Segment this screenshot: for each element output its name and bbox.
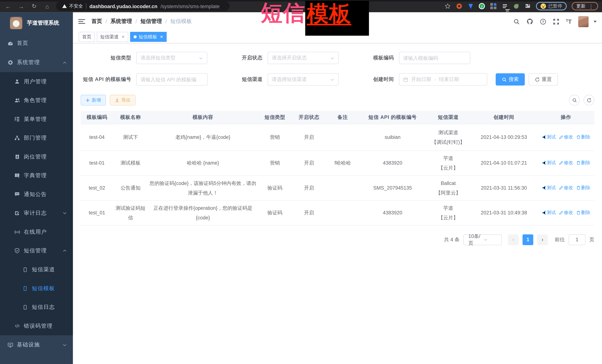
filter-sms-type: 短信类型 请选择短信类型 (81, 52, 207, 64)
export-button[interactable]: 导出 (110, 95, 136, 105)
delete-link[interactable]: 删除 (576, 132, 590, 142)
github-icon[interactable] (526, 18, 533, 25)
book-icon (14, 173, 20, 178)
browser-back-icon[interactable]: ← (5, 3, 11, 10)
user-icon (14, 79, 20, 84)
sidebar-item-notice[interactable]: 通知公告 (0, 185, 73, 204)
extension-green-y-icon[interactable]: y (479, 3, 485, 9)
edit-link[interactable]: 修改 (559, 132, 573, 142)
edit-note-icon (14, 210, 20, 216)
sidebar-item-infrastructure[interactable]: 基础设施 (0, 335, 73, 354)
sidebar-toggle-icon[interactable] (78, 19, 85, 24)
bookmark-star-icon[interactable] (444, 3, 451, 10)
sidebar-item-sms-log[interactable]: 短信日志 (0, 298, 73, 317)
test-link[interactable]: 测试 (542, 132, 556, 142)
close-icon[interactable]: ✕ (121, 34, 125, 39)
dashboard-icon (7, 40, 13, 46)
sidebar-item-dept-mgmt[interactable]: 部门管理 (0, 128, 73, 147)
delete-link[interactable]: 删除 (576, 158, 590, 167)
api-template-id-input[interactable] (136, 73, 208, 85)
breadcrumb: 首页 / 系统管理 / 短信管理 / 短信模板 (91, 18, 192, 25)
edit-link[interactable]: 修改 (559, 208, 573, 217)
paused-badge[interactable]: 已暂停 (536, 2, 567, 10)
sidebar-item-dict-mgmt[interactable]: 字典管理 (0, 166, 73, 185)
sidebar-item-sms-template[interactable]: 短信模板 (0, 279, 73, 298)
chevron-down-icon (63, 211, 67, 215)
breadcrumb-sms[interactable]: 短信管理 (140, 18, 162, 25)
reset-button[interactable]: 重置 (529, 73, 558, 85)
screen: ← → ↻ ⌂ 不安全 dashboard.yudao.iocoder.cn/s… (0, 0, 602, 364)
breadcrumb-home[interactable]: 首页 (91, 18, 102, 25)
table-row: test_01 测试验证码短信 正在进行登录操作{operation}，您的验证… (81, 200, 594, 225)
status-select[interactable]: 请选择开启状态 (268, 52, 339, 64)
sidebar-item-sms-channel[interactable]: 短信渠道 (0, 260, 73, 279)
chevron-up-icon (63, 60, 67, 65)
help-icon[interactable]: ? (540, 18, 546, 25)
goto-label: 前往 (555, 236, 565, 243)
next-page-button[interactable]: › (537, 234, 548, 245)
warning-icon (62, 4, 67, 8)
col-api-template-id: 短信 API 的模板编号 (359, 111, 426, 124)
breadcrumb-system[interactable]: 系统管理 (111, 18, 132, 25)
date-range-picker[interactable]: 开始日期 - 结束日期 (399, 73, 487, 85)
page-content: 短信类型 请选择短信类型 开启状态 请选择开启状态 (73, 43, 602, 364)
sidebar-item-post-mgmt[interactable]: 岗位管理 (0, 147, 73, 166)
extension-grid-icon[interactable] (490, 3, 496, 10)
refresh-table-button[interactable] (584, 95, 594, 105)
sms-type-select[interactable]: 请选择短信类型 (136, 52, 207, 64)
not-secure-badge[interactable]: 不安全 (62, 3, 83, 10)
sidebar-item-sms-mgmt[interactable]: 短信管理 (0, 241, 73, 260)
start-date-placeholder: 开始日期 (411, 76, 431, 83)
extension-leaf-icon[interactable] (513, 3, 519, 10)
add-button[interactable]: 新增 (81, 95, 106, 105)
browser-reload-icon[interactable]: ↻ (31, 3, 38, 10)
goto-page-input[interactable] (569, 234, 586, 245)
test-link[interactable]: 测试 (542, 208, 556, 217)
delete-link[interactable]: 删除 (576, 183, 590, 192)
tab-home[interactable]: 首页 (79, 32, 95, 42)
close-icon[interactable]: ✕ (160, 34, 163, 39)
extension-tampermonkey-icon[interactable]: on (501, 3, 508, 10)
sidebar-item-home[interactable]: 首页 (0, 34, 73, 53)
tab-sms-channel[interactable]: 短信渠道✕ (97, 32, 128, 42)
sidebar-item-system-mgmt[interactable]: 系统管理 (0, 53, 73, 72)
gear-icon (7, 59, 13, 65)
sidebar-item-user-mgmt[interactable]: 用户管理 (0, 72, 73, 91)
edit-link[interactable]: 修改 (559, 183, 573, 192)
sidebar-item-audit-log[interactable]: 审计日志 (0, 204, 73, 223)
sidebar-item-online-users[interactable]: 在线用户 (0, 223, 73, 241)
browser-update-button[interactable]: 更新 ⋮ (572, 2, 598, 10)
template-code-input[interactable] (399, 52, 470, 64)
browser-home-icon[interactable]: ⌂ (44, 3, 51, 10)
address-bar[interactable]: 不安全 dashboard.yudao.iocoder.cn/system/sm… (56, 1, 230, 11)
sidebar-item-error-code-mgmt[interactable]: 错误码管理 (0, 316, 73, 335)
prev-page-button[interactable]: ‹ (508, 234, 519, 245)
browser-forward-icon[interactable]: → (18, 3, 24, 10)
page-1-button[interactable]: 1 (523, 234, 533, 245)
page-unit-label: 页 (589, 236, 594, 243)
delete-link[interactable]: 删除 (576, 208, 590, 217)
page-size-select[interactable]: 10条/页 (463, 234, 502, 245)
search-button[interactable]: 搜索 (496, 73, 525, 85)
edit-link[interactable]: 修改 (559, 158, 573, 167)
sms-channel-select[interactable]: 请选择短信渠道 (268, 73, 339, 85)
extension-blue-drop-icon[interactable] (467, 3, 474, 10)
sidebar-item-role-mgmt[interactable]: 角色管理 (0, 91, 73, 110)
user-avatar[interactable] (578, 16, 589, 27)
tab-sms-template[interactable]: 短信模板✕ (130, 32, 167, 42)
extensions-puzzle-icon[interactable] (524, 3, 531, 10)
monitor-icon (7, 342, 13, 348)
test-link[interactable]: 测试 (542, 183, 556, 192)
test-link[interactable]: 测试 (542, 158, 556, 167)
avatar-caret-down-icon[interactable] (593, 21, 597, 22)
search-icon[interactable] (513, 18, 520, 25)
browser-menu-icon[interactable]: ⋮ (589, 3, 594, 9)
app-logo-row[interactable]: 芋道管理系统 (0, 12, 73, 34)
sms-template-table: 模板编码 模板名称 模板内容 短信类型 开启状态 备注 短信 API 的模板编号… (81, 111, 594, 226)
font-size-icon[interactable]: TT (566, 18, 572, 25)
toggle-search-button[interactable] (569, 95, 580, 105)
sidebar-item-menu-mgmt[interactable]: 菜单管理 (0, 110, 73, 129)
chat-bubble-icon (14, 191, 20, 197)
extension-orange-icon[interactable] (456, 3, 462, 10)
fullscreen-icon[interactable] (553, 18, 559, 25)
